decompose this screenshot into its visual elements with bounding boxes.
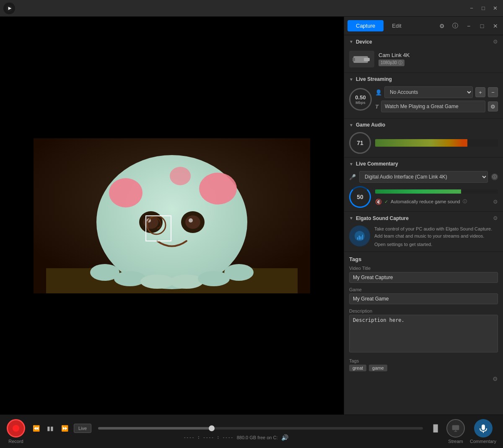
stream-title-settings-icon[interactable]: ⚙: [488, 101, 498, 111]
device-thumbnail: [349, 51, 374, 67]
close-button[interactable]: ✕: [490, 4, 500, 13]
stream-title-input[interactable]: [381, 101, 485, 112]
timecode-display: ---- : ---- : ----: [183, 435, 233, 440]
sound-capture-title: Elgato Sound Capture: [356, 215, 409, 221]
streaming-section-header[interactable]: ▼ Live Streaming: [349, 76, 498, 82]
rewind-button[interactable]: ⏪: [30, 422, 42, 434]
game-audio-header[interactable]: ▼ Game Audio: [349, 122, 498, 128]
close-panel-icon[interactable]: ✕: [491, 22, 500, 30]
device-section-title: Device: [356, 39, 372, 45]
accounts-select[interactable]: No Accounts: [384, 86, 473, 98]
svg-point-19: [140, 274, 174, 289]
svg-point-13: [185, 215, 200, 229]
description-textarea[interactable]: Description here.: [349, 315, 498, 352]
sound-capture-settings-icon[interactable]: ⚙: [493, 215, 498, 221]
commentary-settings-icon[interactable]: ⚙: [493, 199, 498, 205]
device-resolution-badge: 1080p30 ⓘ: [379, 60, 404, 66]
progress-thumb: [209, 425, 215, 431]
progress-bar[interactable]: [98, 427, 423, 430]
sound-capture-icon: [349, 225, 370, 246]
stream-button[interactable]: [446, 419, 465, 438]
screenshot-button[interactable]: ▐▌: [430, 422, 441, 434]
streaming-row: 0.50 Mbps 👤 No Accounts + − T: [349, 86, 498, 112]
auto-reduce-row: 🔇 ✓ Automatically reduce game sound ⓘ ⚙: [375, 199, 498, 205]
stream-control: Stream: [446, 419, 465, 444]
tag-chip-great[interactable]: great: [349, 365, 366, 371]
svg-point-8: [199, 173, 237, 205]
device-name: Cam Link 4K: [379, 52, 410, 58]
toolbar-bottom-row: ---- : ---- : ---- 880.0 GB free on C: 🔊: [183, 434, 288, 441]
minimize-panel-icon[interactable]: −: [464, 22, 473, 30]
game-audio-meter-fill: [375, 139, 467, 147]
info-icon[interactable]: ⓘ: [451, 22, 459, 30]
record-label: Record: [8, 439, 23, 444]
video-title-input[interactable]: [349, 272, 498, 283]
bottom-toolbar: Record ⏪ ▮▮ ⏩ Live ▐▌ ---- : ---- : ----…: [0, 414, 503, 448]
minimize-button[interactable]: −: [467, 4, 476, 13]
tag-chip-game[interactable]: game: [369, 365, 387, 371]
volume-icon[interactable]: 🔊: [281, 434, 288, 441]
live-streaming-section: ▼ Live Streaming 0.50 Mbps 👤 No Accounts…: [344, 73, 503, 119]
mute-icon[interactable]: 🔇: [375, 199, 382, 205]
commentary-header[interactable]: ▼ Live Commentary: [349, 161, 498, 167]
record-control: Record: [7, 419, 25, 444]
live-commentary-section: ▼ Live Commentary 🎤 Digital Audio Interf…: [344, 158, 503, 212]
mbps-display: 0.50 Mbps: [349, 88, 372, 111]
svg-point-20: [170, 274, 203, 289]
live-button[interactable]: Live: [74, 424, 91, 433]
title-icon: T: [375, 104, 379, 110]
game-input[interactable]: [349, 293, 498, 304]
game-audio-row: 71: [349, 132, 498, 154]
device-chevron: ▼: [349, 39, 353, 44]
commentary-button[interactable]: [474, 419, 493, 438]
auto-reduce-info-icon[interactable]: ⓘ: [463, 199, 467, 205]
commentary-device-select[interactable]: Digital Audio Interface (Cam Link 4K): [359, 171, 488, 183]
top-bar: − □ ✕: [0, 0, 503, 17]
commentary-audio-bar: [375, 189, 498, 194]
remove-account-button[interactable]: −: [488, 87, 498, 97]
svg-rect-32: [452, 425, 459, 430]
panel-header: Capture Edit ⚙ ⓘ − □ ✕: [344, 17, 503, 35]
edit-tab[interactable]: Edit: [384, 20, 410, 31]
info-badge-icon[interactable]: ⓘ: [398, 60, 402, 65]
storage-display: 880.0 GB free on C:: [237, 435, 278, 440]
commentary-info-icon[interactable]: ⓘ: [491, 174, 498, 180]
settings-icon[interactable]: ⚙: [438, 22, 446, 30]
tags-settings-icon[interactable]: ⚙: [493, 375, 498, 382]
commentary-knob[interactable]: 50: [349, 186, 371, 208]
capture-tab[interactable]: Capture: [347, 20, 384, 31]
svg-rect-28: [357, 237, 358, 240]
svg-rect-35: [482, 425, 485, 430]
tags-section-title: Tags: [349, 256, 498, 262]
pause-button[interactable]: ▮▮: [44, 422, 56, 434]
device-info: Cam Link 4K 1080p30 ⓘ: [379, 52, 410, 66]
svg-rect-29: [359, 236, 360, 240]
streaming-chevron: ▼: [349, 77, 353, 82]
maximize-panel-icon[interactable]: □: [478, 22, 486, 30]
svg-point-15: [189, 218, 193, 223]
mbps-label: Mbps: [355, 101, 366, 105]
game-audio-level: 71: [357, 140, 363, 146]
auto-reduce-label: Automatically reduce game sound: [391, 199, 460, 204]
commentary-level-row: 50 🔇 ✓ Automatically reduce game sound ⓘ…: [349, 186, 498, 208]
sound-capture-header[interactable]: ▼ Elgato Sound Capture ⚙: [349, 215, 498, 221]
game-audio-knob[interactable]: 71: [349, 132, 371, 154]
commentary-label: Commentary: [470, 439, 496, 444]
device-section-header[interactable]: ▼ Device ⚙: [349, 39, 498, 45]
progress-bar-fill: [98, 427, 212, 430]
commentary-chevron: ▼: [349, 162, 353, 166]
svg-point-7: [109, 178, 143, 207]
maximize-button[interactable]: □: [479, 4, 488, 13]
toolbar-top-row: ⏪ ▮▮ ⏩ Live ▐▌: [30, 422, 441, 434]
record-button[interactable]: [7, 419, 25, 438]
toolbar-center: ⏪ ▮▮ ⏩ Live ▐▌ ---- : ---- : ---- 880.0 …: [30, 422, 441, 441]
sound-capture-text-block: Take control of your PC audio with Elgat…: [374, 225, 498, 248]
add-account-button[interactable]: +: [475, 87, 485, 97]
device-settings-icon[interactable]: ⚙: [493, 39, 498, 45]
fast-forward-button[interactable]: ⏩: [59, 422, 70, 434]
description-label: Description: [349, 308, 498, 313]
tags-label: Tags: [349, 358, 498, 363]
sound-capture-subtext: Open settings to get started.: [374, 241, 498, 248]
game-label: Game: [349, 287, 498, 292]
transport-controls: ⏪ ▮▮ ⏩: [30, 422, 70, 434]
